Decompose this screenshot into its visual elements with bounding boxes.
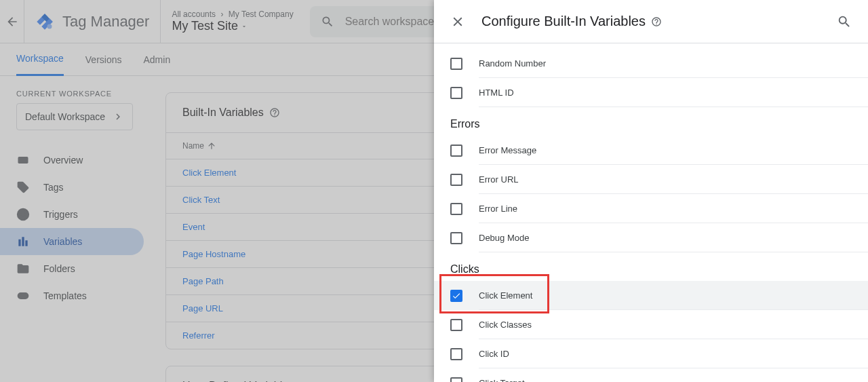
checkbox[interactable] xyxy=(450,145,462,157)
search-icon xyxy=(321,15,334,28)
workspace-name: Default Workspace xyxy=(25,111,105,122)
variable-label: Click Classes xyxy=(479,320,532,330)
close-icon[interactable] xyxy=(450,14,465,29)
variable-row[interactable]: Error URL xyxy=(434,165,868,194)
breadcrumb-company: My Test Company xyxy=(229,9,294,19)
site-name-label: My Test Site xyxy=(172,19,238,33)
checkbox[interactable] xyxy=(450,290,462,302)
template-icon xyxy=(16,289,30,303)
sidebar-item-label: Overview xyxy=(43,155,83,166)
variable-label: Error Line xyxy=(479,204,517,214)
variable-label: Click ID xyxy=(479,349,509,359)
sidebar-item-label: Triggers xyxy=(43,209,78,220)
variable-row[interactable]: Debug Mode xyxy=(434,223,868,252)
checkbox[interactable] xyxy=(450,203,462,215)
tab-admin[interactable]: Admin xyxy=(143,43,170,76)
variable-label: Error Message xyxy=(479,145,536,155)
arrow-left-icon xyxy=(5,15,19,28)
variable-row[interactable]: Error Message xyxy=(434,136,868,165)
checkbox[interactable] xyxy=(450,232,462,244)
trigger-icon xyxy=(16,208,30,221)
checkbox[interactable] xyxy=(450,58,462,70)
svg-rect-1 xyxy=(18,157,28,164)
sidebar-item-variables[interactable]: Variables xyxy=(0,228,144,255)
builtin-card-title: Built-In Variables xyxy=(182,107,264,119)
account-breadcrumb[interactable]: All accounts › My Test Company My Test S… xyxy=(161,0,304,43)
chevron-right-icon xyxy=(112,111,124,123)
svg-point-0 xyxy=(47,24,52,28)
help-icon[interactable] xyxy=(651,16,662,27)
app-title: Tag Manager xyxy=(62,13,149,31)
variable-row[interactable]: Click Element xyxy=(434,281,868,310)
sidebar-item-tags[interactable]: Tags xyxy=(0,174,144,201)
tab-workspace[interactable]: Workspace xyxy=(16,43,64,76)
sidebar-item-label: Variables xyxy=(43,236,82,247)
logo-section: Tag Manager xyxy=(24,0,161,43)
checkbox[interactable] xyxy=(450,174,462,186)
variable-row[interactable]: HTML ID xyxy=(434,78,868,107)
sidebar: CURRENT WORKSPACE Default Workspace Over… xyxy=(0,76,149,382)
variable-row[interactable]: Click Classes xyxy=(434,310,868,339)
variable-label: Click Element xyxy=(479,290,532,301)
variable-label: HTML ID xyxy=(479,88,514,98)
svg-rect-4 xyxy=(18,293,28,299)
sidebar-item-label: Templates xyxy=(43,290,87,301)
checkbox[interactable] xyxy=(450,319,462,331)
search-icon[interactable] xyxy=(837,14,852,29)
variables-icon xyxy=(16,235,30,248)
sidebar-item-label: Tags xyxy=(43,182,64,193)
checkbox[interactable] xyxy=(450,348,462,360)
tab-versions[interactable]: Versions xyxy=(85,43,122,76)
variable-label: Click Target xyxy=(479,378,525,382)
tag-manager-logo-icon xyxy=(35,12,54,31)
variable-label: Error URL xyxy=(479,174,519,185)
checkbox[interactable] xyxy=(450,87,462,99)
variable-label: Random Number xyxy=(479,58,546,69)
caret-down-icon xyxy=(241,23,248,30)
help-icon[interactable] xyxy=(269,107,280,118)
variable-group-title: Clicks xyxy=(434,252,868,281)
workspace-selector[interactable]: Default Workspace xyxy=(16,103,133,130)
breadcrumb-all: All accounts xyxy=(172,9,216,19)
configure-variables-panel: Configure Built-In Variables Random Numb… xyxy=(434,0,868,382)
sidebar-item-templates[interactable]: Templates xyxy=(0,282,144,309)
site-selector[interactable]: My Test Site xyxy=(172,19,293,33)
back-button[interactable] xyxy=(0,0,24,43)
sidebar-item-triggers[interactable]: Triggers xyxy=(0,201,144,228)
svg-point-3 xyxy=(21,212,26,217)
variable-row[interactable]: Click Target xyxy=(434,368,868,382)
variable-row[interactable]: Click ID xyxy=(434,339,868,368)
workspace-label: CURRENT WORKSPACE xyxy=(0,90,149,98)
checkbox[interactable] xyxy=(450,377,462,383)
sidebar-item-folders[interactable]: Folders xyxy=(0,255,144,282)
tag-icon xyxy=(16,180,30,194)
folder-icon xyxy=(16,262,30,275)
sort-up-icon xyxy=(207,141,216,151)
overview-icon xyxy=(16,153,30,167)
sidebar-item-label: Folders xyxy=(43,263,75,274)
panel-header: Configure Built-In Variables xyxy=(434,0,868,43)
breadcrumb: All accounts › My Test Company xyxy=(172,9,293,19)
variable-row[interactable]: Error Line xyxy=(434,194,868,223)
panel-title: Configure Built-In Variables xyxy=(481,14,821,29)
variable-row[interactable]: Random Number xyxy=(434,49,868,78)
variable-label: Debug Mode xyxy=(479,233,529,243)
panel-body: Random NumberHTML IDErrorsError MessageE… xyxy=(434,43,868,382)
variable-group-title: Errors xyxy=(434,107,868,136)
sidebar-item-overview[interactable]: Overview xyxy=(0,147,144,174)
